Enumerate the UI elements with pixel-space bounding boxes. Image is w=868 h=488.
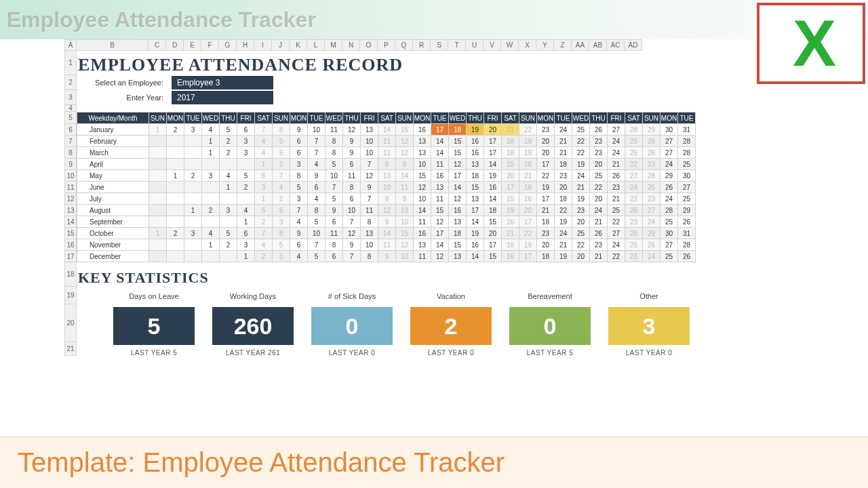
- calendar-cell[interactable]: 7: [308, 136, 326, 147]
- calendar-cell[interactable]: 26: [590, 124, 608, 136]
- calendar-cell[interactable]: 17: [537, 159, 555, 170]
- month-cell[interactable]: February: [77, 136, 149, 147]
- calendar-cell[interactable]: 8: [326, 136, 343, 147]
- calendar-cell[interactable]: 20: [519, 205, 537, 216]
- calendar-cell[interactable]: 2: [202, 205, 220, 216]
- calendar-cell[interactable]: 21: [537, 205, 555, 216]
- calendar-cell[interactable]: 4: [308, 159, 326, 170]
- calendar-cell[interactable]: 6: [237, 228, 255, 239]
- calendar-cell[interactable]: 10: [343, 205, 361, 216]
- col-header[interactable]: W: [501, 39, 519, 51]
- calendar-cell[interactable]: 6: [273, 205, 290, 216]
- calendar-cell[interactable]: 26: [678, 216, 696, 228]
- calendar-cell[interactable]: 15: [449, 239, 467, 251]
- calendar-cell[interactable]: 6: [290, 239, 308, 251]
- calendar-cell[interactable]: 30: [660, 124, 678, 136]
- calendar-cell[interactable]: 15: [502, 159, 519, 170]
- calendar-cell[interactable]: 27: [608, 124, 625, 136]
- calendar-cell[interactable]: 24: [608, 239, 625, 251]
- year-input[interactable]: 2017: [172, 91, 273, 104]
- calendar-cell[interactable]: [167, 136, 184, 147]
- calendar-cell[interactable]: 7: [343, 216, 361, 228]
- calendar-cell[interactable]: 18: [555, 193, 572, 205]
- col-header[interactable]: F: [201, 39, 219, 51]
- calendar-cell[interactable]: 12: [431, 251, 449, 262]
- calendar-cell[interactable]: [149, 170, 167, 182]
- calendar-cell[interactable]: 25: [608, 205, 625, 216]
- calendar-cell[interactable]: 13: [467, 159, 484, 170]
- calendar-cell[interactable]: 12: [343, 124, 361, 136]
- calendar-cell[interactable]: 23: [590, 136, 608, 147]
- calendar-cell[interactable]: 21: [590, 251, 608, 262]
- calendar-cell[interactable]: 14: [449, 182, 467, 193]
- calendar-cell[interactable]: [167, 251, 184, 262]
- calendar-cell[interactable]: 29: [678, 205, 696, 216]
- calendar-cell[interactable]: 28: [660, 205, 678, 216]
- calendar-cell[interactable]: 19: [519, 147, 537, 159]
- calendar-cell[interactable]: 3: [237, 147, 255, 159]
- calendar-cell[interactable]: 6: [326, 251, 343, 262]
- col-header[interactable]: R: [413, 39, 431, 51]
- calendar-cell[interactable]: 21: [555, 136, 572, 147]
- calendar-cell[interactable]: 19: [502, 205, 519, 216]
- calendar-cell[interactable]: 27: [660, 147, 678, 159]
- calendar-cell[interactable]: 15: [449, 147, 467, 159]
- row-header[interactable]: 8: [64, 147, 77, 159]
- calendar-cell[interactable]: 3: [184, 228, 202, 239]
- row-header[interactable]: 11: [64, 182, 77, 193]
- calendar-cell[interactable]: 24: [555, 228, 572, 239]
- row-header[interactable]: 1: [64, 51, 77, 75]
- calendar-cell[interactable]: 1: [237, 251, 255, 262]
- col-header[interactable]: L: [307, 39, 325, 51]
- calendar-cell[interactable]: 5: [273, 239, 290, 251]
- calendar-cell[interactable]: 7: [255, 228, 273, 239]
- calendar-cell[interactable]: 5: [326, 159, 343, 170]
- calendar-cell[interactable]: 15: [502, 193, 519, 205]
- calendar-cell[interactable]: 27: [625, 170, 643, 182]
- calendar-cell[interactable]: 26: [678, 251, 696, 262]
- calendar-cell[interactable]: 26: [625, 205, 643, 216]
- row-header[interactable]: 5: [64, 112, 77, 124]
- calendar-cell[interactable]: 27: [678, 182, 696, 193]
- calendar-cell[interactable]: [237, 193, 255, 205]
- calendar-cell[interactable]: 8: [326, 239, 343, 251]
- calendar-cell[interactable]: 24: [590, 205, 608, 216]
- calendar-cell[interactable]: 10: [308, 124, 326, 136]
- calendar-cell[interactable]: 1: [149, 124, 167, 136]
- calendar-cell[interactable]: 30: [678, 170, 696, 182]
- calendar-cell[interactable]: 18: [449, 124, 467, 136]
- calendar-cell[interactable]: [202, 251, 220, 262]
- col-header[interactable]: Q: [395, 39, 413, 51]
- calendar-cell[interactable]: 7: [273, 170, 290, 182]
- calendar-cell[interactable]: 11: [396, 182, 414, 193]
- calendar-cell[interactable]: 12: [361, 170, 378, 182]
- calendar-cell[interactable]: 21: [608, 159, 625, 170]
- calendar-cell[interactable]: 18: [555, 159, 572, 170]
- calendar-cell[interactable]: 23: [625, 216, 643, 228]
- calendar-cell[interactable]: [184, 239, 202, 251]
- calendar-cell[interactable]: 2: [167, 124, 184, 136]
- calendar-cell[interactable]: 2: [167, 228, 184, 239]
- calendar-cell[interactable]: 19: [555, 216, 572, 228]
- calendar-cell[interactable]: 10: [361, 147, 378, 159]
- calendar-cell[interactable]: 22: [537, 170, 555, 182]
- calendar-cell[interactable]: 6: [343, 159, 361, 170]
- calendar-cell[interactable]: 5: [326, 193, 343, 205]
- calendar-cell[interactable]: [149, 193, 167, 205]
- calendar-cell[interactable]: [202, 159, 220, 170]
- calendar-cell[interactable]: 12: [449, 159, 467, 170]
- row-header[interactable]: 10: [64, 170, 77, 182]
- row-header[interactable]: 14: [64, 216, 77, 228]
- row-header[interactable]: 4: [64, 105, 77, 112]
- calendar-cell[interactable]: 20: [537, 136, 555, 147]
- calendar-cell[interactable]: [167, 182, 184, 193]
- calendar-cell[interactable]: 17: [467, 205, 484, 216]
- calendar-cell[interactable]: [149, 159, 167, 170]
- calendar-cell[interactable]: 14: [378, 228, 396, 239]
- calendar-cell[interactable]: 25: [643, 182, 660, 193]
- calendar-cell[interactable]: 4: [255, 136, 273, 147]
- calendar-cell[interactable]: 14: [378, 124, 396, 136]
- calendar-cell[interactable]: 20: [572, 251, 590, 262]
- calendar-cell[interactable]: 16: [519, 159, 537, 170]
- calendar-cell[interactable]: 21: [572, 182, 590, 193]
